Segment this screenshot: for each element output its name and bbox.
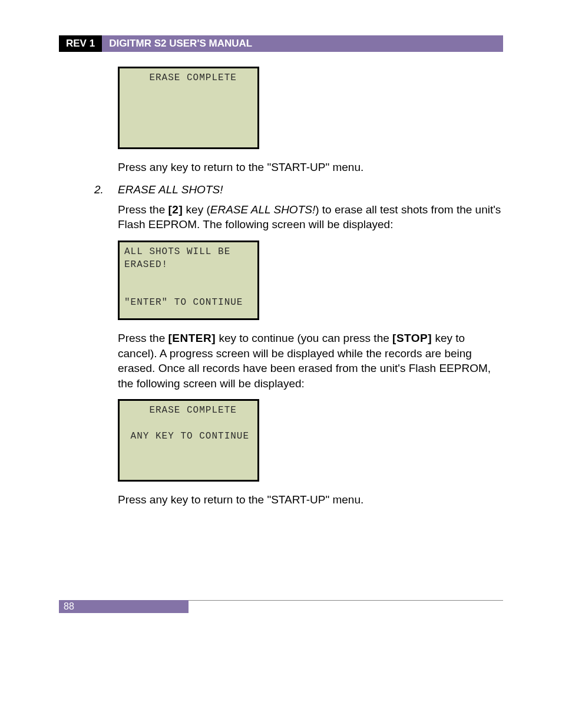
- page-footer: 88: [59, 600, 503, 613]
- lcd-screen-erase-complete: ERASE COMPLETE: [118, 67, 259, 149]
- content-block-1: ERASE COMPLETE Press any key to return t…: [118, 67, 503, 175]
- lcd-line: ALL SHOTS WILL BE: [124, 246, 230, 257]
- list-heading: ERASE ALL SHOTS!: [118, 183, 223, 196]
- text-fragment: key to continue (you can press the: [216, 332, 392, 344]
- footer-rule: [189, 600, 503, 613]
- text-fragment-italic: ERASE ALL SHOTS!: [210, 203, 315, 216]
- list-number: 2.: [94, 183, 118, 196]
- key-2: [2]: [168, 203, 183, 216]
- lcd-line: ERASE COMPLETE: [124, 405, 237, 416]
- lcd-line: "ENTER" TO CONTINUE: [124, 297, 243, 308]
- manual-page: REV 1 DIGITMR S2 USER'S MANUAL ERASE COM…: [0, 0, 562, 648]
- revision-label: REV 1: [59, 35, 102, 52]
- instruction-text: Press the [ENTER] key to continue (you c…: [118, 331, 503, 391]
- content-block-2: Press the [2] key (ERASE ALL SHOTS!) to …: [118, 202, 503, 508]
- text-fragment: key (: [183, 203, 210, 216]
- page-header: REV 1 DIGITMR S2 USER'S MANUAL: [59, 35, 503, 52]
- list-item-2: 2. ERASE ALL SHOTS!: [94, 183, 503, 196]
- lcd-screen-confirm-erase: ALL SHOTS WILL BE ERASED! "ENTER" TO CON…: [118, 241, 259, 320]
- text-fragment: Press the: [118, 203, 168, 216]
- page-number: 88: [59, 600, 189, 613]
- manual-title: DIGITMR S2 USER'S MANUAL: [102, 35, 503, 52]
- text-fragment: Press the: [118, 332, 168, 344]
- key-enter: [ENTER]: [168, 332, 216, 344]
- lcd-line: ERASED!: [124, 259, 168, 270]
- instruction-text: Press any key to return to the "START-UP…: [118, 160, 503, 175]
- key-stop: [STOP]: [392, 332, 432, 344]
- lcd-screen-erase-complete-2: ERASE COMPLETE ANY KEY TO CONTINUE: [118, 399, 259, 482]
- instruction-text: Press the [2] key (ERASE ALL SHOTS!) to …: [118, 202, 503, 232]
- instruction-text: Press any key to return to the "START-UP…: [118, 492, 503, 508]
- lcd-line: ANY KEY TO CONTINUE: [124, 431, 249, 442]
- lcd-line: ERASE COMPLETE: [124, 73, 237, 83]
